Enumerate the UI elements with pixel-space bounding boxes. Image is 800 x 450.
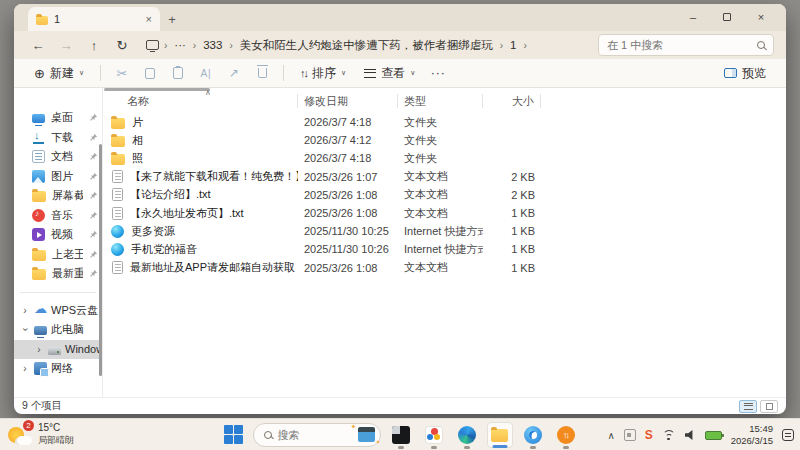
file-row[interactable]: 最新地址及APP请发邮箱自动获取！！！.txt 2025/3/26 1:08 文… <box>103 259 786 277</box>
weather-widget[interactable]: 2 15°C 局部晴朗 <box>8 422 74 446</box>
tree-chevron-icon[interactable]: › <box>20 325 31 335</box>
maximize-button[interactable] <box>710 4 744 30</box>
tree-items: › WPS云盘 › 此电脑 › Windows-SSD › 网络 <box>14 301 102 379</box>
taskbar-app-circles[interactable] <box>421 422 447 448</box>
sidebar-item[interactable]: 文档 <box>14 147 102 167</box>
explorer-tab[interactable]: 1 × <box>28 7 160 31</box>
sidebar-item[interactable]: 上老王论坛当 <box>14 245 102 265</box>
tree-chevron-icon[interactable]: › <box>34 344 44 355</box>
sidebar-item[interactable]: 下载 <box>14 128 102 148</box>
sort-button[interactable]: ↑↓ 排序 ∨ <box>292 62 354 85</box>
sidebar-item[interactable]: 图片 <box>14 167 102 187</box>
up-button[interactable]: ↑ <box>82 34 106 56</box>
view-icon <box>364 69 376 78</box>
share-button[interactable] <box>221 62 247 84</box>
file-typename-cell: 文本文档 <box>398 169 483 184</box>
rename-button[interactable]: A| <box>193 62 219 84</box>
snip-tray-icon[interactable]: S <box>645 428 653 442</box>
file-date-cell: 2025/11/30 10:26 <box>298 243 398 255</box>
tree-chevron-icon[interactable]: › <box>20 363 30 374</box>
back-button[interactable]: ← <box>26 34 50 56</box>
paste-button[interactable] <box>165 62 191 84</box>
delete-button[interactable] <box>249 62 275 84</box>
file-explorer-icon <box>491 429 508 442</box>
file-name-cell: 照 <box>103 151 298 166</box>
refresh-button[interactable]: ↻ <box>110 34 134 56</box>
file-row[interactable]: 【永久地址发布页】.txt 2025/3/26 1:08 文本文档 1 KB <box>103 204 786 222</box>
file-row[interactable]: 更多资源 2025/11/30 10:25 Internet 快捷方式 1 KB <box>103 222 786 240</box>
sidebar-item[interactable]: 桌面 <box>14 108 102 128</box>
column-header-type[interactable]: 类型 <box>398 94 483 108</box>
sidebar-scrollbar[interactable] <box>99 144 102 376</box>
sidebar-item-icon <box>32 269 46 280</box>
taskbar-app-quark[interactable] <box>520 422 546 448</box>
taskbar-app-explorer[interactable] <box>487 422 513 448</box>
sidebar-item[interactable]: 视频 <box>14 225 102 245</box>
breadcrumb-item[interactable]: 美女和陌生人约炮途中惨遭下药，被作者捆绑虐玩 <box>236 36 497 55</box>
tree-chevron-icon[interactable]: › <box>20 305 30 316</box>
explorer-search-input[interactable] <box>607 39 751 51</box>
device-tray-icon[interactable] <box>624 429 636 441</box>
tab-title: 1 <box>54 13 60 25</box>
pin-icon <box>89 191 98 200</box>
command-toolbar: 新建 ∨ A| ↑↓ 排序 ∨ 查看 ∨ ··· 预览 <box>14 59 786 88</box>
sidebar-item[interactable]: 最新重磅巨作 <box>14 264 102 284</box>
pin-icon <box>89 269 98 278</box>
breadcrumb-overflow[interactable]: ··· <box>170 37 190 53</box>
start-button[interactable] <box>222 423 246 447</box>
icons-view-button[interactable] <box>760 400 778 413</box>
cut-button[interactable] <box>109 62 135 84</box>
forward-button[interactable]: → <box>54 34 78 56</box>
sidebar-item[interactable]: 屏幕截图 <box>14 186 102 206</box>
file-row[interactable]: 手机党的福音 2025/11/30 10:26 Internet 快捷方式 1 … <box>103 240 786 258</box>
explorer-search-box[interactable] <box>598 34 774 56</box>
taskbar-search-box[interactable] <box>253 423 381 447</box>
clock[interactable]: 15:49 2026/3/15 <box>731 423 773 448</box>
taskbar-app-dark[interactable] <box>388 422 414 448</box>
file-name: 最新地址及APP请发邮箱自动获取！！！.txt <box>130 260 298 275</box>
file-date-cell: 2026/3/7 4:18 <box>298 116 398 128</box>
item-count: 9 个项目 <box>22 399 62 413</box>
breadcrumb-item[interactable]: 1 <box>506 37 520 53</box>
column-header-date[interactable]: 修改日期 <box>298 94 398 108</box>
wifi-icon[interactable] <box>662 430 676 440</box>
tree-item[interactable]: › Windows-SSD <box>14 340 102 360</box>
new-button[interactable]: 新建 ∨ <box>26 62 92 85</box>
column-header-size[interactable]: 大小 <box>483 94 541 108</box>
sidebar-item[interactable]: 音乐 <box>14 206 102 226</box>
see-more-button[interactable]: ··· <box>425 62 451 84</box>
taskbar-search-input[interactable] <box>278 429 342 441</box>
tree-item[interactable]: › 网络 <box>14 359 102 379</box>
this-pc-icon[interactable] <box>146 40 159 50</box>
tab-close-icon[interactable]: × <box>146 13 152 25</box>
notification-center-icon[interactable] <box>782 429 794 441</box>
taskbar-app-edge[interactable] <box>454 422 480 448</box>
tab-bar: 1 × + – × <box>14 4 786 31</box>
pin-icon <box>89 211 98 220</box>
volume-icon[interactable] <box>685 430 696 440</box>
crescent-app-icon <box>524 426 542 444</box>
details-view-button[interactable] <box>739 400 757 413</box>
file-name: 【来了就能下载和观看！纯免费！】.txt <box>130 169 298 184</box>
breadcrumb-item[interactable]: 333 <box>199 37 226 53</box>
file-row[interactable]: 【论坛介绍】.txt 2025/3/26 1:08 文本文档 2 KB <box>103 186 786 204</box>
file-row[interactable]: 相 2026/3/7 4:12 文件夹 <box>103 131 786 149</box>
file-row[interactable]: 片 2026/3/7 4:18 文件夹 <box>103 113 786 131</box>
copy-button[interactable] <box>137 62 163 84</box>
taskbar-app-orange[interactable]: ↑↓ <box>553 422 579 448</box>
address-bar: ← → ↑ ↻ › ··· › 333 › 美女和陌生人约炮途中惨遭下药，被作者… <box>14 31 786 59</box>
minimize-button[interactable]: – <box>676 4 710 30</box>
file-typename-cell: 文件夹 <box>398 115 483 130</box>
tree-item[interactable]: › 此电脑 <box>14 320 102 340</box>
close-button[interactable]: × <box>744 4 778 30</box>
file-date-cell: 2026/3/7 4:18 <box>298 152 398 164</box>
file-row[interactable]: 照 2026/3/7 4:18 文件夹 <box>103 149 786 167</box>
file-row[interactable]: 【来了就能下载和观看！纯免费！】.txt 2025/3/26 1:07 文本文档… <box>103 168 786 186</box>
view-button[interactable]: 查看 ∨ <box>356 62 423 85</box>
tree-item[interactable]: › WPS云盘 <box>14 301 102 321</box>
preview-button[interactable]: 预览 <box>716 62 774 85</box>
battery-icon[interactable] <box>705 431 722 440</box>
hidden-icons-chevron[interactable]: ∧ <box>607 430 614 441</box>
new-tab-button[interactable]: + <box>160 7 184 31</box>
column-header-name[interactable]: 名称 <box>103 94 298 108</box>
